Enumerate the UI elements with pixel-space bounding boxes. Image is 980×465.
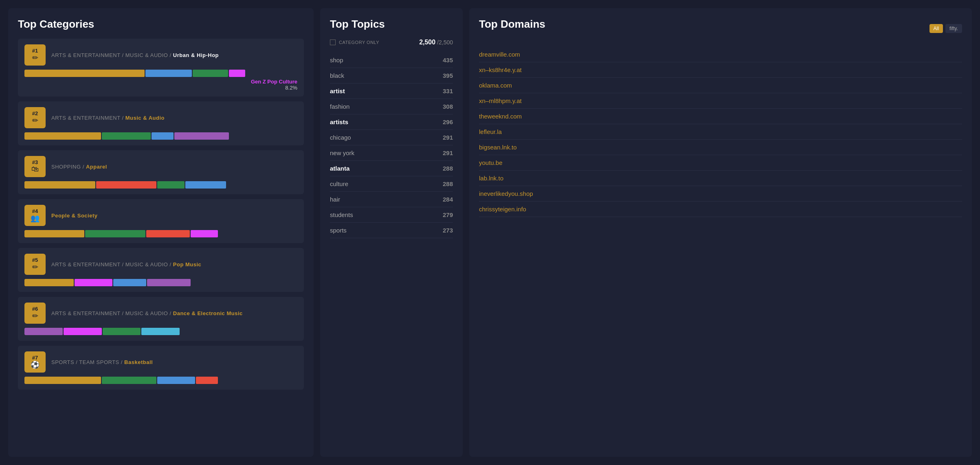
category-label: ARTS & ENTERTAINMENT / MUSIC & AUDIO / U…: [51, 52, 219, 58]
domain-item-6: bigsean.lnk.to: [479, 140, 962, 155]
category-bars: Gen Z Pop Culture 8.2%: [24, 70, 297, 91]
topic-name: sports: [330, 227, 347, 234]
bar-segment: [24, 70, 145, 77]
category-header: #6 ✏ ARTS & ENTERTAINMENT / MUSIC & AUDI…: [24, 303, 297, 324]
rank-icon: ✏: [32, 263, 38, 272]
gen-z-label: Gen Z Pop Culture: [251, 79, 297, 85]
topic-count-value: 291: [443, 149, 453, 156]
category-label-area: ARTS & ENTERTAINMENT / Music & Audio: [51, 115, 165, 121]
category-header: #1 ✏ ARTS & ENTERTAINMENT / MUSIC & AUDI…: [24, 44, 297, 66]
category-bars: [24, 230, 297, 237]
categories-title: Top Categories: [18, 18, 304, 31]
rank-badge: #5 ✏: [24, 254, 46, 275]
bar-highlight-row: Gen Z Pop Culture 8.2%: [24, 79, 297, 91]
topic-max: /2,500: [437, 39, 453, 46]
category-name: People & Society: [51, 213, 97, 219]
rank-badge: #3 🛍: [24, 156, 46, 177]
topic-name: black: [330, 72, 344, 79]
bar-segment: [113, 279, 146, 286]
topic-name: atlanta: [330, 165, 349, 172]
topic-count-value: 273: [443, 227, 453, 234]
domain-link[interactable]: lefleur.la: [479, 128, 502, 135]
bar-segment: [193, 70, 228, 77]
bar-segment: [24, 132, 101, 140]
main-container: Top Categories #1 ✏ ARTS & ENTERTAINMENT…: [0, 0, 980, 465]
category-bars: [24, 279, 297, 286]
bar-segment: [152, 132, 174, 140]
domain-item-8: lab.lnk.to: [479, 171, 962, 186]
rank-icon: ⚽: [31, 360, 40, 369]
domain-link[interactable]: oklama.com: [479, 82, 512, 89]
category-label: SHOPPING / Apparel: [51, 164, 107, 170]
bar-row: [24, 279, 297, 286]
domain-link[interactable]: bigsean.lnk.to: [479, 144, 517, 151]
domain-link[interactable]: chrissyteigen.info: [479, 206, 526, 213]
domain-link[interactable]: xn–ml8hpm.y.at: [479, 97, 522, 104]
topic-count-display: 2,500 /2,500: [419, 39, 453, 46]
bar-segment: [191, 230, 218, 237]
category-label: ARTS & ENTERTAINMENT / MUSIC & AUDIO / P…: [51, 261, 201, 268]
topic-count-value: 291: [443, 134, 453, 141]
bar-segment: [157, 181, 185, 189]
domain-link[interactable]: ineverlikedyou.shop: [479, 190, 533, 197]
category-label-area: People & Society: [51, 213, 97, 219]
bar-segment: [24, 181, 95, 189]
rank-icon: ✏: [32, 53, 38, 62]
filter-buttons: All fifty.: [929, 24, 962, 33]
topic-name: new york: [330, 149, 354, 156]
bar-segment: [102, 132, 151, 140]
rank-number: #1: [32, 48, 38, 53]
topic-row-8: culture 288: [330, 176, 453, 192]
category-item-3: #3 🛍 SHOPPING / Apparel: [18, 150, 304, 194]
domain-link[interactable]: dreamville.com: [479, 51, 520, 58]
category-only-row[interactable]: CATEGORY ONLY: [330, 39, 379, 45]
domain-link[interactable]: theweeknd.com: [479, 113, 522, 120]
category-label-area: ARTS & ENTERTAINMENT / MUSIC & AUDIO / D…: [51, 310, 243, 316]
category-only-checkbox[interactable]: [330, 39, 336, 45]
domains-list: dreamville.comxn–ks8hr4e.y.atoklama.comx…: [479, 47, 962, 217]
filter-fifty-button[interactable]: fifty.: [945, 24, 962, 33]
domain-link[interactable]: xn–ks8hr4e.y.at: [479, 66, 522, 73]
rank-badge: #7 ⚽: [24, 351, 46, 373]
rank-icon: 🛍: [31, 165, 39, 173]
bar-segment: [24, 279, 74, 286]
domain-item-2: oklama.com: [479, 78, 962, 93]
domain-link[interactable]: youtu.be: [479, 159, 503, 166]
category-label: SPORTS / TEAM SPORTS / Basketball: [51, 359, 153, 365]
category-item-2: #2 ✏ ARTS & ENTERTAINMENT / Music & Audi…: [18, 101, 304, 145]
bar-segment: [24, 230, 84, 237]
topic-row-4: artists 296: [330, 114, 453, 130]
topic-name: artist: [330, 88, 345, 94]
bar-segment: [103, 328, 141, 335]
category-name: Apparel: [86, 164, 107, 170]
topic-row-3: fashion 308: [330, 99, 453, 114]
domain-item-10: chrissyteigen.info: [479, 202, 962, 217]
bar-segment: [24, 328, 63, 335]
topic-count-value: 331: [443, 88, 453, 94]
filter-all-button[interactable]: All: [929, 24, 943, 33]
topic-count-value: 435: [443, 57, 453, 64]
categories-panel: Top Categories #1 ✏ ARTS & ENTERTAINMENT…: [8, 8, 314, 457]
topics-header-row: CATEGORY ONLY 2,500 /2,500: [330, 39, 453, 46]
category-item-4: #4 👥 People & Society: [18, 199, 304, 243]
domain-item-5: lefleur.la: [479, 124, 962, 140]
bar-row: [24, 230, 297, 237]
topics-title: Top Topics: [330, 18, 453, 31]
category-bars: [24, 377, 297, 384]
topic-row-11: sports 273: [330, 223, 453, 238]
rank-badge: #6 ✏: [24, 303, 46, 324]
bar-segment: [85, 230, 145, 237]
bar-segment: [96, 181, 156, 189]
rank-number: #6: [32, 306, 38, 311]
bar-segment: [229, 70, 245, 77]
bar-segment: [157, 377, 196, 384]
category-bars: [24, 328, 297, 335]
category-label-area: ARTS & ENTERTAINMENT / MUSIC & AUDIO / P…: [51, 261, 201, 268]
topics-list: shop 435 black 395 artist 331 fashion 30…: [330, 53, 453, 238]
topic-row-10: students 279: [330, 207, 453, 223]
rank-number: #3: [32, 160, 38, 165]
bar-segment: [185, 181, 226, 189]
domain-link[interactable]: lab.lnk.to: [479, 175, 503, 182]
rank-icon: 👥: [31, 214, 40, 223]
category-name: Pop Music: [173, 261, 202, 268]
